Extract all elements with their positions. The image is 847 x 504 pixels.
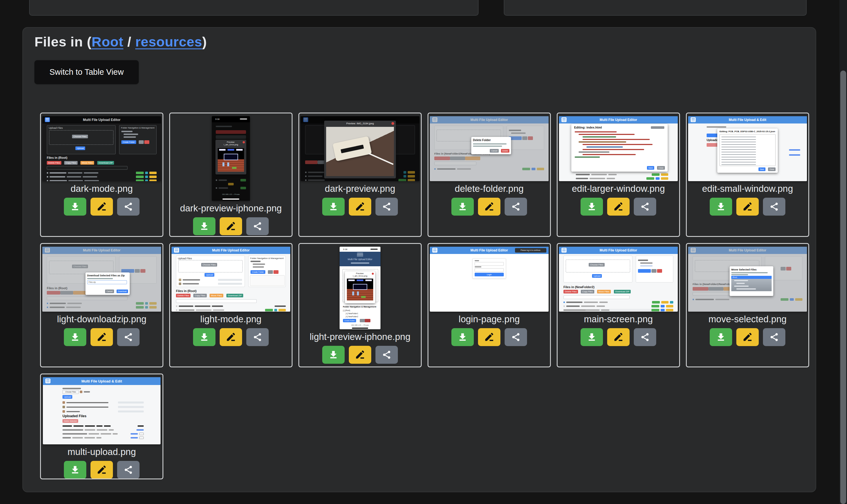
mock-chip: Download ZIP	[614, 290, 631, 293]
mock-cancel-chip: Cancel	[105, 289, 114, 293]
mock-device-label	[341, 145, 364, 154]
mock-create-folder-chip	[638, 269, 651, 273]
share-icon	[123, 465, 134, 475]
mock-status-time: 3:18	[343, 248, 348, 251]
mock-chip: Copy Files	[193, 294, 207, 298]
share-button[interactable]	[763, 198, 786, 216]
edit-button[interactable]	[736, 328, 759, 346]
mock-modal-filename: I_am_Error.png	[215, 143, 246, 146]
download-button[interactable]	[64, 461, 86, 479]
mock-preview-modal: Preview: I_am_Error.png	[215, 140, 246, 175]
mock-tree-line	[124, 137, 136, 138]
file-thumbnail[interactable]: Preview: IMG_0194.jpeg Preview: IMG_0194…	[301, 116, 420, 181]
mock-modal-title: Preview: IMG_0194.jpeg	[324, 121, 396, 125]
edit-button[interactable]	[736, 198, 759, 216]
download-icon	[199, 332, 210, 342]
file-thumbnail[interactable]: Multi File Upload & Edit Uploaded Fi Edi…	[688, 116, 807, 181]
scrollbar-thumb[interactable]	[840, 71, 846, 504]
mock-game-figure	[361, 296, 366, 298]
mock-modal-title: Preview:	[215, 140, 246, 143]
mock-chip: Move Files	[81, 161, 94, 165]
download-button[interactable]	[452, 198, 474, 216]
edit-button[interactable]	[349, 346, 371, 364]
mock-upload-chip	[707, 133, 718, 137]
breadcrumb-root-link[interactable]: Root	[92, 34, 124, 49]
file-name: light-downloadzip.png	[41, 314, 162, 325]
share-button[interactable]	[634, 198, 656, 216]
edit-button[interactable]	[90, 198, 113, 216]
share-button[interactable]	[117, 198, 140, 216]
mock-chip: Copy Files	[581, 290, 594, 293]
file-thumbnail[interactable]: 3:16 Preview: I_am_Error.png	[212, 116, 250, 201]
edit-button[interactable]	[607, 328, 630, 346]
share-button[interactable]	[375, 346, 398, 364]
edit-button[interactable]	[349, 198, 371, 216]
switch-to-table-view-button[interactable]: Switch to Table View	[34, 60, 139, 84]
file-thumbnail[interactable]: Multi File Upload Editor Please log in t…	[430, 247, 549, 312]
scrollbar-track[interactable]	[840, 0, 847, 504]
file-thumbnail[interactable]: Multi File Upload Editor Files in (NewFo…	[430, 116, 549, 181]
breadcrumb-current-link[interactable]: resources	[135, 34, 202, 49]
file-thumbnail[interactable]: Multi File Upload Editor Upload Files Ch…	[172, 247, 290, 312]
file-actions	[558, 328, 679, 346]
mock-game-hud	[219, 149, 243, 151]
share-button[interactable]	[505, 328, 527, 346]
mock-search	[563, 295, 630, 299]
edit-button[interactable]	[478, 198, 500, 216]
share-button[interactable]	[246, 328, 269, 346]
download-button[interactable]	[581, 328, 603, 346]
edit-button[interactable]	[607, 198, 630, 216]
edit-button[interactable]	[220, 328, 242, 346]
share-button[interactable]	[375, 198, 398, 216]
file-actions	[428, 328, 550, 346]
download-button[interactable]	[64, 328, 86, 346]
mock-section-title: Files in (NewFolder2)	[563, 285, 595, 289]
file-thumbnail[interactable]: Multi File Upload & Edit Choose Files Up…	[43, 377, 161, 444]
file-actions	[687, 198, 808, 216]
mock-modal-title: Download Selected Files as Zip	[87, 274, 128, 277]
download-button[interactable]	[193, 217, 215, 235]
edit-button[interactable]	[90, 328, 113, 346]
download-button[interactable]	[452, 328, 474, 346]
edit-button[interactable]	[220, 217, 242, 235]
file-thumbnail[interactable]: Multi File Upload Editor Files in (NewFo…	[688, 247, 807, 312]
mock-close-icon	[372, 273, 374, 275]
file-card: Multi File Upload Editor Upload Files Ch…	[40, 112, 163, 237]
edit-icon	[355, 350, 365, 360]
menu-icon	[357, 253, 363, 257]
share-button[interactable]	[505, 198, 527, 216]
mock-section-title: Files in (Root)	[176, 289, 196, 293]
file-thumbnail[interactable]: 3:18 Multi File Upload Editor Preview: I…	[340, 247, 381, 329]
file-thumbnail[interactable]: Multi File Upload Editor Upload Files Ch…	[42, 116, 161, 181]
mock-close-icon	[391, 122, 394, 125]
mock-cable	[368, 153, 394, 165]
mock-tree-line: [+] NewFolder2	[346, 316, 358, 318]
mock-chip: Move Files	[597, 290, 611, 293]
download-button[interactable]	[193, 328, 215, 346]
download-button[interactable]	[64, 198, 86, 216]
edit-button[interactable]	[90, 461, 113, 479]
download-button[interactable]	[581, 198, 603, 216]
file-thumbnail[interactable]: Multi File Upload Editor Editing: index.…	[559, 116, 678, 181]
share-button[interactable]	[763, 328, 786, 346]
share-button[interactable]	[246, 217, 269, 235]
download-button[interactable]	[710, 198, 732, 216]
download-button[interactable]	[710, 328, 732, 346]
file-card: Multi File Upload Editor Files in (NewFo…	[686, 243, 809, 367]
share-button[interactable]	[634, 328, 656, 346]
edit-button[interactable]	[478, 328, 500, 346]
share-icon	[252, 332, 263, 342]
file-thumbnail[interactable]: Multi File Upload Editor Choose Files Fi…	[42, 247, 161, 312]
mock-preview-modal: Preview: I_am_Error.png	[345, 271, 375, 303]
share-button[interactable]	[117, 328, 140, 346]
share-button[interactable]	[117, 461, 140, 479]
mock-photo	[326, 127, 394, 176]
file-card: Multi File Upload Editor Please log in t…	[427, 243, 551, 367]
file-thumbnail[interactable]: Multi File Upload Editor Choose Files Up…	[559, 247, 678, 312]
download-button[interactable]	[322, 346, 345, 364]
download-button[interactable]	[322, 198, 345, 216]
mock-rename-chip	[139, 140, 144, 144]
mock-device	[333, 136, 372, 161]
download-icon	[70, 201, 81, 212]
mock-url-bar: 192.168.1.23 — Private	[340, 324, 381, 326]
